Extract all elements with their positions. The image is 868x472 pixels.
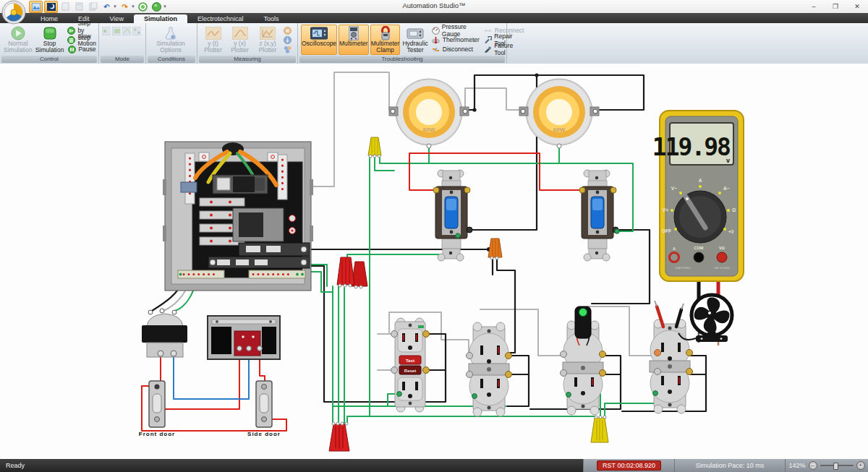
measuring-extra-icon-2[interactable] xyxy=(283,35,292,44)
failure-tool-label: Failure Tool xyxy=(494,42,524,56)
dial-label-ohm: Ω xyxy=(732,207,736,213)
undo-caret-icon[interactable]: ▼ xyxy=(113,4,117,9)
status-message: Ready xyxy=(0,459,583,472)
side-door-button[interactable]: Side door xyxy=(247,381,281,437)
play-icon xyxy=(11,26,25,40)
slow-motion-button[interactable]: Slow Motion xyxy=(66,35,98,44)
stop-icon xyxy=(43,26,57,40)
light-fixture-1[interactable]: 60W xyxy=(389,79,469,148)
qat-overflow-icon[interactable]: ▼ xyxy=(163,4,167,9)
hydraulic-tester-button[interactable]: Hydraulic Tester xyxy=(401,25,428,55)
zxy-plotter-button[interactable]: z (x,y) Plotter xyxy=(254,25,281,55)
save-icon[interactable] xyxy=(73,1,85,12)
three-way-switch-1[interactable] xyxy=(433,170,472,261)
start-simulation-icon[interactable] xyxy=(137,1,149,12)
dial-label-off: OFF xyxy=(662,228,671,233)
yx-plotter-button[interactable]: y (x) Plotter xyxy=(227,25,252,55)
repair-tool-icon xyxy=(484,35,493,44)
redo-caret-icon[interactable]: ▼ xyxy=(131,4,135,9)
pressure-gauge-icon xyxy=(432,26,440,35)
slow-motion-icon xyxy=(67,35,75,44)
zoom-slider-thumb[interactable] xyxy=(833,463,838,470)
group-label-troubleshooting: Troubleshooting xyxy=(299,56,505,63)
gfci-outlet[interactable]: Test Reset xyxy=(391,318,430,412)
zoom-out-button[interactable]: – xyxy=(809,461,817,470)
normal-simulation-button[interactable]: Normal Simulation xyxy=(3,25,33,55)
stop-simulation-button[interactable]: Stop Simulation xyxy=(35,25,65,55)
tab-view[interactable]: View xyxy=(100,14,134,23)
disconnect-button[interactable]: Disconnect xyxy=(430,45,481,53)
fan[interactable] xyxy=(678,295,732,342)
group-label-conditions: Conditions xyxy=(148,56,195,63)
undo-icon[interactable]: ↶ xyxy=(101,1,113,12)
zoom-in-button[interactable]: + xyxy=(856,461,865,470)
wire-nut-yellow-bottom[interactable] xyxy=(591,416,608,442)
mode-icon-2[interactable] xyxy=(112,27,121,35)
group-conditions: Simulation Options Conditions xyxy=(146,23,197,64)
multimeter-reading: 119.98 xyxy=(652,133,730,161)
measuring-extra-icon-1[interactable] xyxy=(283,26,292,35)
duplex-outlet-2[interactable] xyxy=(561,306,606,415)
ribbon-tabs: Home Edit View Simulation Electrotechnic… xyxy=(0,13,868,23)
thermometer-button[interactable]: Thermometer xyxy=(430,35,481,44)
pressure-gauge-button[interactable]: Pressure Gauge xyxy=(430,26,481,35)
breaker-panel[interactable] xyxy=(163,142,313,291)
tab-electrotechnical[interactable]: Electrotechnical xyxy=(187,14,254,23)
restore-button[interactable]: ❐ xyxy=(825,0,846,13)
simulation-options-button[interactable]: Simulation Options xyxy=(149,25,192,55)
new-document-icon[interactable] xyxy=(59,1,72,12)
wire-nut-red-bottom[interactable] xyxy=(329,422,349,451)
doorbell-transformer[interactable] xyxy=(142,309,187,357)
schematic-canvas[interactable]: 60W 60W xyxy=(0,64,868,459)
zoom-slider[interactable] xyxy=(820,465,854,466)
door-chime[interactable] xyxy=(208,316,280,359)
three-way-switch-2[interactable] xyxy=(579,170,619,261)
stop-simulation-icon[interactable] xyxy=(150,1,163,12)
side-door-label: Side door xyxy=(247,431,281,437)
tab-simulation[interactable]: Simulation xyxy=(134,14,187,23)
reconnect-icon xyxy=(484,26,493,35)
mode-icon-3[interactable] xyxy=(122,27,131,35)
front-door-label: Front door xyxy=(139,431,175,437)
view-night-icon[interactable] xyxy=(44,1,58,13)
save-all-icon[interactable] xyxy=(87,1,99,12)
multimeter-button[interactable]: Multimeter xyxy=(339,25,369,55)
oscilloscope-button[interactable]: Oscilloscope xyxy=(301,25,337,55)
simulation-pace: Simulation Pace: 10 ms xyxy=(696,462,765,469)
tab-tools[interactable]: Tools xyxy=(253,14,289,23)
failure-tool-button[interactable]: Failure Tool xyxy=(482,45,526,53)
close-button[interactable]: ✕ xyxy=(846,0,868,13)
failure-tool-icon xyxy=(484,45,492,53)
mode-icon-4[interactable] xyxy=(132,27,141,35)
wire-nut-yellow-top[interactable] xyxy=(368,137,381,158)
yx-plotter-icon xyxy=(232,26,248,40)
yt-plotter-button[interactable]: y (t) Plotter xyxy=(200,25,226,55)
fuse-label: 10A FUSED xyxy=(675,266,691,270)
redo-icon[interactable]: ↷ xyxy=(119,1,131,12)
multimeter-clamp-icon xyxy=(380,26,391,40)
group-mode: Mode xyxy=(99,23,146,64)
dial-label-vac: V~ xyxy=(671,186,677,191)
mode-icon-1[interactable] xyxy=(102,27,111,35)
light-fixture-2[interactable]: 60W xyxy=(519,79,599,148)
pause-button[interactable]: Pause xyxy=(66,45,98,53)
wire-nut-red-mid[interactable] xyxy=(337,257,367,288)
minimize-button[interactable]: – xyxy=(803,0,825,13)
titlebar: ↶▼ ↷▼ ▼ Automation Studio™ – ❐ ✕ xyxy=(0,0,868,14)
simulation-time: RST 00:02:08.920 xyxy=(597,460,661,471)
oscilloscope-icon xyxy=(310,26,328,40)
app-logo-icon[interactable] xyxy=(1,0,26,25)
multimeter-clamp-button[interactable]: Multimeter Clamp xyxy=(370,25,401,55)
dial-label-sound: ◄)) xyxy=(728,229,734,233)
simulation-time-segment: RST 00:02:08.920 xyxy=(583,459,674,472)
rotary-dial[interactable] xyxy=(674,191,726,243)
view-diagram-icon[interactable] xyxy=(29,1,43,13)
tab-home[interactable]: Home xyxy=(30,14,68,23)
multimeter-unit: v xyxy=(726,157,730,164)
duplex-outlet-3[interactable] xyxy=(650,301,693,413)
measuring-extra-icon-3[interactable] xyxy=(283,45,292,53)
cat-rating-label: CAT III 600V xyxy=(714,266,731,270)
main-breaker[interactable] xyxy=(213,175,268,194)
wire-nut-orange[interactable] xyxy=(488,239,502,259)
duplex-outlet-1[interactable] xyxy=(467,322,512,416)
